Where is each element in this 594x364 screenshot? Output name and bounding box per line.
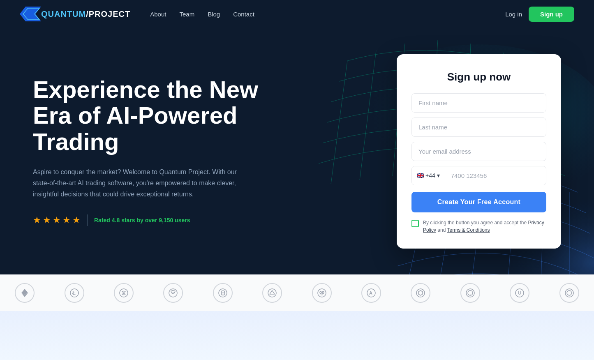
- crypto-fox: [163, 283, 183, 303]
- crypto-aragon: A: [361, 283, 381, 303]
- nav-about[interactable]: About: [150, 11, 166, 18]
- nav-actions: Log in Sign up: [505, 7, 574, 22]
- svg-text:U: U: [518, 290, 521, 295]
- crypto-litecoin: Ł: [65, 283, 84, 303]
- rating-divider: [87, 214, 88, 226]
- email-input[interactable]: [411, 142, 546, 161]
- nav-contact[interactable]: Contact: [233, 11, 254, 18]
- logo-quantum: QUANTUM: [41, 9, 86, 18]
- logo-icon: [20, 7, 41, 21]
- crypto-usdc: [460, 283, 480, 303]
- crypto-token3: [114, 283, 134, 303]
- svg-point-15: [268, 289, 276, 297]
- agree-checkbox[interactable]: [411, 220, 419, 227]
- signup-card: Sign up now 🇬🇧 +44 ▾ Create Your Free Ac…: [397, 54, 561, 249]
- nav-team[interactable]: Team: [179, 11, 194, 18]
- flag-icon: 🇬🇧: [417, 172, 424, 179]
- crypto-bitcoin: [213, 283, 233, 303]
- crypto-token12: [559, 283, 579, 303]
- phone-input[interactable]: [445, 166, 546, 185]
- login-button[interactable]: Log in: [505, 11, 522, 18]
- navbar: QUANTUM/PROJECT About Team Blog Contact …: [0, 0, 594, 28]
- signup-title: Sign up now: [411, 71, 546, 83]
- svg-text:Ł: Ł: [72, 290, 76, 296]
- rating-text: Rated 4.8 stars by over 9,150 users: [94, 217, 190, 223]
- svg-text:A: A: [369, 290, 372, 295]
- hero-left: Experience the New Era of AI-Powered Tra…: [33, 76, 300, 226]
- svg-point-27: [565, 289, 573, 297]
- first-name-input[interactable]: [411, 93, 546, 113]
- svg-point-19: [322, 292, 324, 294]
- phone-row: 🇬🇧 +44 ▾: [411, 166, 546, 185]
- svg-point-22: [416, 289, 425, 297]
- country-code: +44 ▾: [425, 172, 440, 179]
- last-name-input[interactable]: [411, 117, 546, 137]
- star-5: ★: [72, 215, 81, 226]
- hero-section: Experience the New Era of AI-Powered Tra…: [0, 28, 594, 274]
- nav-links: About Team Blog Contact: [150, 11, 505, 18]
- svg-point-18: [320, 292, 321, 294]
- crypto-ethereum: [15, 283, 35, 303]
- svg-point-23: [466, 289, 474, 297]
- below-fold: [0, 311, 594, 360]
- hero-title: Experience the New Era of AI-Powered Tra…: [33, 76, 300, 155]
- star-3: ★: [53, 215, 61, 226]
- phone-country-select[interactable]: 🇬🇧 +44 ▾: [412, 166, 445, 185]
- star-2: ★: [43, 215, 51, 226]
- hero-subtitle: Aspire to conquer the market? Welcome to…: [33, 166, 247, 200]
- crypto-bar: Ł A U: [0, 274, 594, 311]
- star-rating: ★ ★ ★ ★ ★: [33, 215, 81, 226]
- create-account-button[interactable]: Create Your Free Account: [411, 192, 546, 212]
- terms-link[interactable]: Terms & Conditions: [447, 227, 490, 233]
- crypto-shiba: [312, 283, 332, 303]
- svg-point-17: [318, 289, 326, 297]
- star-4: ★: [62, 215, 71, 226]
- svg-point-12: [120, 289, 128, 297]
- logo-project: PROJECT: [89, 9, 130, 18]
- nav-blog[interactable]: Blog: [208, 11, 220, 18]
- crypto-token11: U: [510, 283, 529, 303]
- agree-row: By clicking the button you agree and acc…: [411, 219, 546, 234]
- crypto-chainlink: [411, 283, 430, 303]
- star-1: ★: [33, 215, 41, 226]
- svg-marker-16: [270, 290, 275, 294]
- crypto-tron: [262, 283, 282, 303]
- rating-users: 9,150 users: [159, 217, 190, 223]
- rating-row: ★ ★ ★ ★ ★ Rated 4.8 stars by over 9,150 …: [33, 214, 300, 226]
- logo[interactable]: QUANTUM/PROJECT: [20, 7, 130, 21]
- agree-text: By clicking the button you agree and acc…: [423, 219, 546, 234]
- signup-button[interactable]: Sign up: [529, 7, 574, 22]
